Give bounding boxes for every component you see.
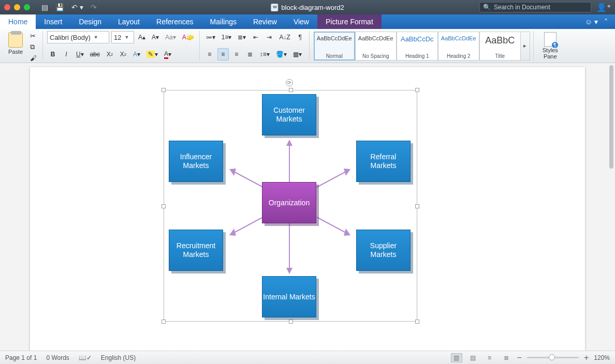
zoom-in-button[interactable]: +	[584, 353, 589, 362]
tab-view[interactable]: View	[285, 14, 317, 29]
show-marks-button[interactable]: ¶	[295, 31, 306, 43]
strikethrough-button[interactable]: abc	[88, 48, 102, 60]
handle-e[interactable]	[415, 204, 419, 208]
zoom-out-button[interactable]: −	[517, 353, 522, 362]
tab-home[interactable]: Home	[0, 14, 36, 29]
redo-icon[interactable]: ↷	[91, 3, 97, 11]
web-layout-view-button[interactable]: ▤	[467, 353, 479, 362]
node-supplier-markets[interactable]: Supplier Markets	[356, 230, 411, 271]
justify-button[interactable]: ≣	[244, 48, 256, 60]
handle-ne[interactable]	[415, 88, 419, 92]
node-customer-markets[interactable]: Customer Markets	[262, 94, 316, 135]
font-color-button[interactable]: A▾	[162, 48, 173, 60]
underline-button[interactable]: U▾	[74, 48, 86, 60]
change-case-button[interactable]: Aa▾	[163, 31, 178, 43]
paste-label: Paste	[8, 49, 23, 55]
highlight-button[interactable]: ✎▾	[144, 48, 160, 60]
node-organization[interactable]: Organization	[262, 182, 316, 223]
font-name-combo[interactable]: Calibri (Body)▼	[47, 31, 109, 43]
handle-se[interactable]	[415, 320, 419, 324]
node-recruitment-markets[interactable]: Recruitment Markets	[169, 230, 223, 271]
outline-view-button[interactable]: ≡	[484, 353, 495, 362]
shrink-font-button[interactable]: A▾	[150, 31, 161, 43]
line-spacing-button[interactable]: ↕≡▾	[258, 48, 272, 60]
style-heading-1[interactable]: AaBbCcDcHeading 1	[397, 32, 438, 60]
superscript-button[interactable]: X2	[118, 48, 129, 60]
font-size-combo[interactable]: 12▼	[111, 31, 134, 43]
handle-s[interactable]	[289, 320, 293, 324]
handle-nw[interactable]	[162, 88, 166, 92]
minimize-window-button[interactable]	[14, 4, 20, 10]
styles-more-button[interactable]: ▸	[521, 32, 530, 60]
rotate-handle[interactable]: ⟳	[286, 79, 293, 86]
draft-view-button[interactable]: ≣	[501, 353, 512, 362]
new-doc-icon[interactable]: ▤	[41, 3, 48, 11]
style-normal[interactable]: AaBbCcDdEeNormal	[314, 32, 355, 60]
group-paragraph: ≔▾ 1≡▾ ≣▾ ⇤ ⇥ A↓Z ¶ ≡ ≡ ≡ ≣ ↕≡▾ 🪣▾ ▦▾	[203, 31, 310, 60]
sort-button[interactable]: A↓Z	[277, 31, 292, 43]
cut-icon[interactable]: ✂︎	[30, 32, 39, 40]
align-right-button[interactable]: ≡	[231, 48, 242, 60]
align-left-button[interactable]: ≡	[204, 48, 215, 60]
tab-insert[interactable]: Insert	[36, 14, 70, 29]
subscript-button[interactable]: X2	[104, 48, 115, 60]
italic-button[interactable]: I	[61, 48, 72, 60]
paste-button[interactable]: Paste	[4, 31, 27, 60]
align-center-button[interactable]: ≡	[217, 48, 229, 60]
handle-w[interactable]	[162, 204, 166, 208]
search-document-field[interactable]: 🔍 Search in Document	[479, 2, 591, 12]
multilevel-list-button[interactable]: ≣▾	[236, 31, 248, 43]
language-indicator[interactable]: English (US)	[101, 354, 136, 361]
tab-layout[interactable]: Layout	[110, 14, 148, 29]
save-icon[interactable]: 💾	[55, 3, 64, 11]
numbering-button[interactable]: 1≡▾	[219, 31, 234, 43]
window-controls	[4, 4, 30, 10]
word-count[interactable]: 0 Words	[46, 354, 69, 361]
text-effects-button[interactable]: A▾	[131, 48, 142, 60]
clear-formatting-button[interactable]: A🧽	[180, 31, 196, 43]
node-internal-markets[interactable]: Internal Markets	[262, 276, 316, 317]
zoom-level[interactable]: 120%	[594, 354, 610, 361]
tab-mailings[interactable]: Mailings	[202, 14, 245, 29]
style-no-spacing[interactable]: AaBbCcDdEeNo Spacing	[355, 32, 397, 60]
grow-font-button[interactable]: A▴	[136, 31, 148, 43]
scroll-thumb[interactable]	[609, 65, 613, 169]
zoom-knob[interactable]	[549, 354, 555, 360]
style-heading-2[interactable]: AaBbCcDdEeHeading 2	[438, 32, 479, 60]
document-workspace[interactable]: ⟳ Organization Custom	[0, 63, 615, 351]
spellcheck-icon[interactable]: 📖✓	[79, 354, 92, 361]
maximize-window-button[interactable]	[24, 4, 30, 10]
vertical-scrollbar[interactable]	[608, 63, 614, 351]
node-referral-markets[interactable]: Referral Markets	[356, 141, 411, 182]
increase-indent-button[interactable]: ⇥	[263, 31, 275, 43]
shading-button[interactable]: 🪣▾	[274, 48, 289, 60]
styles-pane-button[interactable]: ¶ Styles Pane	[538, 31, 563, 59]
page-indicator[interactable]: Page 1 of 1	[5, 354, 37, 361]
feedback-icon[interactable]: ☺ ▾	[585, 18, 598, 26]
handle-n[interactable]	[289, 88, 293, 92]
bold-button[interactable]: B	[47, 48, 58, 60]
tab-review[interactable]: Review	[245, 14, 285, 29]
tab-design[interactable]: Design	[70, 14, 110, 29]
borders-button[interactable]: ▦▾	[291, 48, 304, 60]
node-influencer-markets[interactable]: Influencer Markets	[169, 141, 223, 182]
zoom-slider[interactable]	[527, 357, 579, 358]
handle-sw[interactable]	[162, 320, 166, 324]
styles-pane-label: Styles Pane	[538, 48, 563, 59]
word-doc-icon	[271, 4, 278, 11]
tab-picture-format[interactable]: Picture Format	[317, 14, 382, 29]
print-layout-view-button[interactable]: ▥	[451, 353, 462, 362]
style-title[interactable]: AaBbCTitle	[479, 32, 521, 60]
share-icon[interactable]: 👤⁺	[596, 3, 611, 12]
copy-icon[interactable]: ⧉	[30, 43, 39, 51]
titlebar: ▤ 💾 ↶ ▾ ↷ block-diagram-word2 🔍 Search i…	[0, 0, 615, 14]
search-icon: 🔍	[483, 4, 491, 11]
tab-references[interactable]: References	[148, 14, 202, 29]
decrease-indent-button[interactable]: ⇤	[250, 31, 261, 43]
close-window-button[interactable]	[4, 4, 10, 10]
undo-icon[interactable]: ↶ ▾	[71, 3, 83, 11]
ribbon-toggle-icon[interactable]: ˄	[604, 18, 608, 26]
document-page[interactable]: ⟳ Organization Custom	[30, 67, 585, 351]
bullets-button[interactable]: ≔▾	[204, 31, 217, 43]
format-painter-icon[interactable]: 🖌	[30, 54, 39, 62]
